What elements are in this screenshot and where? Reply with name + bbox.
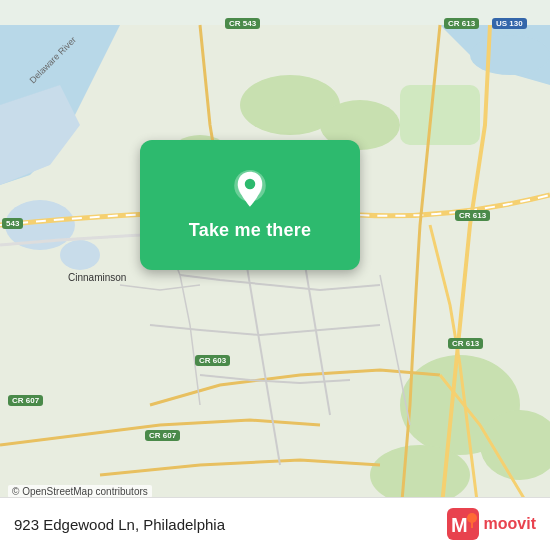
svg-text:M: M (451, 514, 468, 536)
road-badge-cr607-bot: CR 607 (145, 430, 180, 441)
take-me-there-button[interactable]: Take me there (140, 140, 360, 270)
moovit-icon: M (447, 508, 479, 540)
svg-point-10 (370, 445, 470, 505)
svg-rect-6 (400, 85, 480, 145)
location-pin-icon (229, 170, 271, 212)
road-badge-cr603: CR 603 (195, 355, 230, 366)
map-container: CR 543 CR 613 US 130 CR 613 543 CR 603 C… (0, 0, 550, 550)
road-badge-cr613-mid: CR 613 (455, 210, 490, 221)
svg-point-16 (467, 513, 477, 523)
road-badge-543-left: 543 (2, 218, 23, 229)
place-cinnaminson: Cinnaminson (68, 272, 126, 283)
svg-point-3 (470, 35, 550, 75)
moovit-text: moovit (484, 515, 536, 533)
svg-point-2 (60, 240, 100, 270)
svg-point-13 (245, 178, 256, 189)
address-label: 923 Edgewood Ln, Philadelphia (14, 516, 225, 533)
bottom-bar: 923 Edgewood Ln, Philadelphia M moovit (0, 497, 550, 550)
road-badge-cr543: CR 543 (225, 18, 260, 29)
road-badge-cr607-left: CR 607 (8, 395, 43, 406)
road-badge-cr613-bot: CR 613 (448, 338, 483, 349)
take-me-there-label: Take me there (189, 220, 311, 241)
road-badge-cr613-top: CR 613 (444, 18, 479, 29)
moovit-logo: M moovit (447, 508, 536, 540)
road-badge-us130: US 130 (492, 18, 527, 29)
